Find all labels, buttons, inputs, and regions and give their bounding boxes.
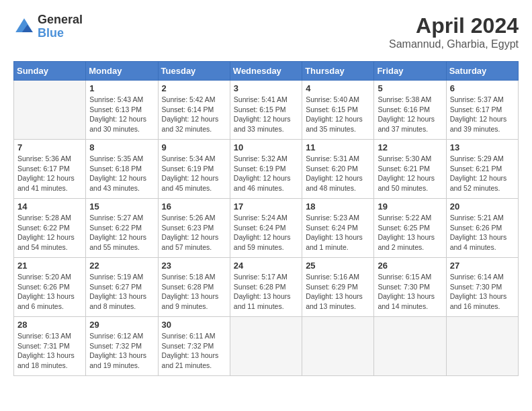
day-info: Sunrise: 5:32 AM Sunset: 6:19 PM Dayligh…	[234, 154, 298, 193]
calendar-day-header: Sunday	[14, 62, 86, 81]
calendar-cell: 20Sunrise: 5:21 AM Sunset: 6:26 PM Dayli…	[446, 199, 518, 258]
day-number: 7	[17, 142, 82, 152]
month-title: April 2024	[389, 13, 519, 38]
day-info: Sunrise: 5:41 AM Sunset: 6:15 PM Dayligh…	[234, 95, 298, 134]
calendar-header-row: SundayMondayTuesdayWednesdayThursdayFrid…	[14, 62, 519, 81]
day-info: Sunrise: 5:36 AM Sunset: 6:17 PM Dayligh…	[17, 154, 82, 193]
day-info: Sunrise: 5:40 AM Sunset: 6:15 PM Dayligh…	[306, 95, 370, 134]
calendar-week-row: 1Sunrise: 5:43 AM Sunset: 6:13 PM Daylig…	[14, 81, 519, 140]
calendar-day-header: Friday	[374, 62, 446, 81]
day-info: Sunrise: 5:17 AM Sunset: 6:28 PM Dayligh…	[234, 272, 298, 312]
calendar-cell: 26Sunrise: 6:15 AM Sunset: 7:30 PM Dayli…	[374, 258, 446, 317]
calendar-cell: 9Sunrise: 5:34 AM Sunset: 6:19 PM Daylig…	[158, 140, 230, 199]
calendar-cell: 11Sunrise: 5:31 AM Sunset: 6:20 PM Dayli…	[302, 140, 374, 199]
calendar-week-row: 21Sunrise: 5:20 AM Sunset: 6:26 PM Dayli…	[14, 258, 519, 317]
title-section: April 2024 Samannud, Gharbia, Egypt	[389, 13, 519, 50]
day-number: 25	[306, 261, 370, 271]
logo-general-label: General	[38, 13, 83, 27]
calendar-cell: 3Sunrise: 5:41 AM Sunset: 6:15 PM Daylig…	[230, 81, 302, 140]
day-info: Sunrise: 5:35 AM Sunset: 6:18 PM Dayligh…	[89, 154, 154, 193]
day-info: Sunrise: 5:22 AM Sunset: 6:25 PM Dayligh…	[378, 213, 442, 253]
day-info: Sunrise: 5:18 AM Sunset: 6:28 PM Dayligh…	[162, 272, 226, 312]
day-number: 20	[450, 201, 515, 212]
day-number: 22	[89, 261, 154, 271]
day-number: 17	[234, 201, 298, 212]
day-info: Sunrise: 5:29 AM Sunset: 6:21 PM Dayligh…	[450, 154, 515, 193]
calendar-cell: 19Sunrise: 5:22 AM Sunset: 6:25 PM Dayli…	[374, 199, 446, 258]
day-number: 15	[89, 201, 154, 212]
day-info: Sunrise: 5:23 AM Sunset: 6:24 PM Dayligh…	[306, 213, 370, 253]
calendar-cell: 15Sunrise: 5:27 AM Sunset: 6:22 PM Dayli…	[86, 199, 158, 258]
calendar-cell: 22Sunrise: 5:19 AM Sunset: 6:27 PM Dayli…	[86, 258, 158, 317]
day-info: Sunrise: 5:28 AM Sunset: 6:22 PM Dayligh…	[17, 213, 82, 253]
day-info: Sunrise: 6:12 AM Sunset: 7:32 PM Dayligh…	[89, 331, 154, 371]
day-info: Sunrise: 6:11 AM Sunset: 7:32 PM Dayligh…	[162, 331, 226, 371]
day-info: Sunrise: 5:21 AM Sunset: 6:26 PM Dayligh…	[450, 213, 515, 253]
day-number: 27	[450, 261, 515, 271]
day-info: Sunrise: 5:30 AM Sunset: 6:21 PM Dayligh…	[378, 154, 442, 193]
calendar-cell: 7Sunrise: 5:36 AM Sunset: 6:17 PM Daylig…	[14, 140, 86, 199]
logo-text: General Blue	[38, 13, 83, 40]
day-number: 1	[89, 83, 154, 93]
day-number: 18	[306, 201, 370, 212]
calendar-week-row: 7Sunrise: 5:36 AM Sunset: 6:17 PM Daylig…	[14, 140, 519, 199]
calendar-cell: 1Sunrise: 5:43 AM Sunset: 6:13 PM Daylig…	[86, 81, 158, 140]
day-number: 26	[378, 261, 442, 271]
day-info: Sunrise: 5:16 AM Sunset: 6:29 PM Dayligh…	[306, 272, 370, 312]
calendar-cell: 5Sunrise: 5:38 AM Sunset: 6:16 PM Daylig…	[374, 81, 446, 140]
calendar-cell: 6Sunrise: 5:37 AM Sunset: 6:17 PM Daylig…	[446, 81, 518, 140]
day-number: 13	[450, 142, 515, 152]
calendar-cell	[446, 317, 518, 376]
calendar-cell: 12Sunrise: 5:30 AM Sunset: 6:21 PM Dayli…	[374, 140, 446, 199]
location-subtitle: Samannud, Gharbia, Egypt	[389, 38, 519, 50]
day-number: 16	[162, 201, 226, 212]
day-info: Sunrise: 5:20 AM Sunset: 6:26 PM Dayligh…	[17, 272, 82, 312]
day-info: Sunrise: 6:15 AM Sunset: 7:30 PM Dayligh…	[378, 272, 442, 312]
day-number: 4	[306, 83, 370, 93]
calendar-cell: 28Sunrise: 6:13 AM Sunset: 7:31 PM Dayli…	[14, 317, 86, 376]
day-info: Sunrise: 5:42 AM Sunset: 6:14 PM Dayligh…	[162, 95, 226, 134]
calendar-day-header: Monday	[86, 62, 158, 81]
day-info: Sunrise: 5:24 AM Sunset: 6:24 PM Dayligh…	[234, 213, 298, 253]
calendar-table: SundayMondayTuesdayWednesdayThursdayFrid…	[13, 61, 519, 376]
calendar-cell: 14Sunrise: 5:28 AM Sunset: 6:22 PM Dayli…	[14, 199, 86, 258]
day-number: 8	[89, 142, 154, 152]
day-number: 14	[17, 201, 82, 212]
calendar-cell: 24Sunrise: 5:17 AM Sunset: 6:28 PM Dayli…	[230, 258, 302, 317]
calendar-day-header: Tuesday	[158, 62, 230, 81]
calendar-cell	[374, 317, 446, 376]
day-number: 2	[162, 83, 226, 93]
day-info: Sunrise: 5:31 AM Sunset: 6:20 PM Dayligh…	[306, 154, 370, 193]
day-number: 9	[162, 142, 226, 152]
calendar-cell	[230, 317, 302, 376]
logo-blue-label: Blue	[38, 27, 83, 40]
calendar-cell: 25Sunrise: 5:16 AM Sunset: 6:29 PM Dayli…	[302, 258, 374, 317]
day-number: 6	[450, 83, 515, 93]
day-number: 5	[378, 83, 442, 93]
page-header: General Blue April 2024 Samannud, Gharbi…	[13, 13, 519, 50]
day-info: Sunrise: 5:38 AM Sunset: 6:16 PM Dayligh…	[378, 95, 442, 134]
calendar-week-row: 28Sunrise: 6:13 AM Sunset: 7:31 PM Dayli…	[14, 317, 519, 376]
day-number: 30	[162, 320, 226, 330]
day-info: Sunrise: 6:13 AM Sunset: 7:31 PM Dayligh…	[17, 331, 82, 371]
calendar-cell: 4Sunrise: 5:40 AM Sunset: 6:15 PM Daylig…	[302, 81, 374, 140]
day-number: 19	[378, 201, 442, 212]
logo-icon	[13, 16, 35, 38]
day-info: Sunrise: 5:19 AM Sunset: 6:27 PM Dayligh…	[89, 272, 154, 312]
day-info: Sunrise: 5:43 AM Sunset: 6:13 PM Dayligh…	[89, 95, 154, 134]
logo: General Blue	[13, 13, 83, 40]
calendar-cell: 10Sunrise: 5:32 AM Sunset: 6:19 PM Dayli…	[230, 140, 302, 199]
calendar-cell: 17Sunrise: 5:24 AM Sunset: 6:24 PM Dayli…	[230, 199, 302, 258]
day-number: 3	[234, 83, 298, 93]
day-number: 29	[89, 320, 154, 330]
calendar-cell	[302, 317, 374, 376]
calendar-week-row: 14Sunrise: 5:28 AM Sunset: 6:22 PM Dayli…	[14, 199, 519, 258]
day-number: 23	[162, 261, 226, 271]
calendar-cell: 29Sunrise: 6:12 AM Sunset: 7:32 PM Dayli…	[86, 317, 158, 376]
day-info: Sunrise: 5:37 AM Sunset: 6:17 PM Dayligh…	[450, 95, 515, 134]
day-info: Sunrise: 5:26 AM Sunset: 6:23 PM Dayligh…	[162, 213, 226, 253]
day-number: 10	[234, 142, 298, 152]
day-number: 12	[378, 142, 442, 152]
calendar-day-header: Wednesday	[230, 62, 302, 81]
day-number: 21	[17, 261, 82, 271]
